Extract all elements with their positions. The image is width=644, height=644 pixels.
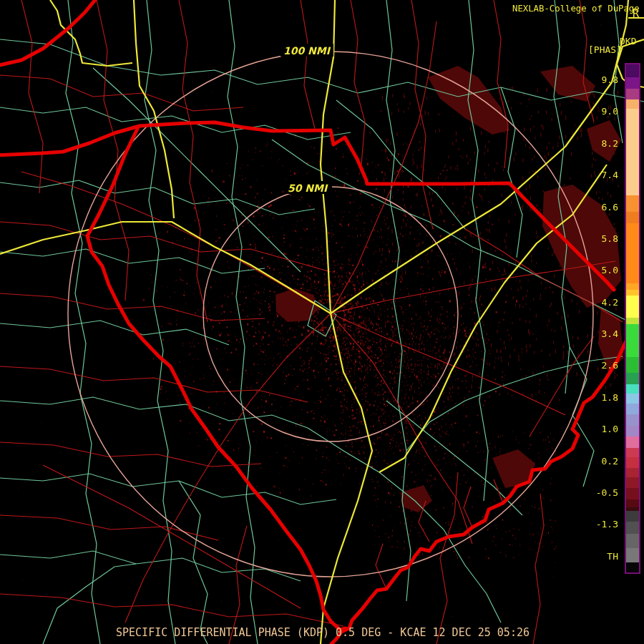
colorbar-segments [626,64,639,572]
brand-mark-line [628,17,644,19]
brand-text: NEXLAB-College of DuPage [512,4,640,14]
status-bar-text: SPECIFIC DIFFERENTIAL PHASE (KDP) 0.5 DE… [116,626,530,639]
colorbar-segment [626,318,639,324]
colorbar-segment [626,548,639,562]
inner-ring-label: 50 NMI [288,182,328,194]
product-unit-label: [PHAS] [588,44,622,55]
colorbar-segment [626,404,639,414]
colorbar-segment [626,436,639,448]
colorbar-segment [626,384,639,394]
product-code-label: DKD [620,36,636,47]
colorbar-segment [626,223,639,283]
colorbar-segment [626,414,639,426]
savannah-river-border [87,127,346,630]
colorbar-segment [626,373,639,384]
colorbar-segment [626,212,639,223]
basemap: 100 NMI 50 NMI [0,0,644,644]
colorbar-segment [626,511,639,522]
range-ring-labels: 100 NMI 50 NMI [280,44,333,194]
colorbar-segment [626,290,639,296]
colorbar-segment [626,426,639,436]
colorbar-segment [626,477,639,488]
colorbar-segment [626,64,639,77]
colorbar-segment [626,534,639,548]
colorbar-segment [626,99,639,109]
colorbar-segment [626,457,639,468]
colorbar-segment [626,195,639,212]
echo-patches [275,66,624,512]
outer-ring-label: 100 NMI [283,45,331,57]
colorbar-segment [626,448,639,457]
colorbar-segment [626,488,639,499]
colorbar-segment [626,562,639,572]
colorbar-segment [626,296,639,318]
colorbar-segment [626,77,639,89]
colorbar-segment [626,394,639,404]
colorbar-segment [626,468,639,477]
colorbar-segment [626,109,639,195]
colorbar-segment [626,283,639,290]
road-network [0,0,623,644]
radar-display: 100 NMI 50 NMI NEXLAB-College of DuPage … [0,0,644,644]
color-scale-bar [625,63,640,574]
colorbar-segment [626,522,639,534]
colorbar-segment [626,89,639,99]
colorbar-segment [626,324,639,357]
colorbar-segment [626,357,639,373]
colorbar-segment [626,499,639,507]
